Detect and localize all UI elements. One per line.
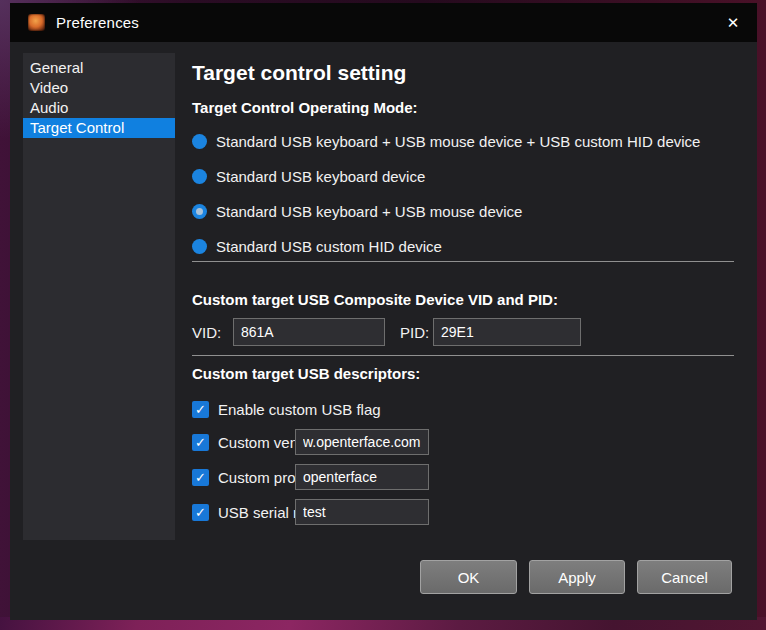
preferences-dialog: Preferences ✕ General Video Audio Target… <box>10 3 757 620</box>
apply-button[interactable]: Apply <box>529 560 625 594</box>
checkbox-checked-icon <box>192 469 209 486</box>
sidebar-item-audio[interactable]: Audio <box>23 98 175 118</box>
checkbox-label: Enable custom USB flag <box>218 401 381 418</box>
vid-label: VID: <box>192 324 221 341</box>
cancel-button[interactable]: Cancel <box>637 560 732 594</box>
vendor-descriptor-input[interactable] <box>295 429 429 455</box>
sidebar-item-target-control[interactable]: Target Control <box>23 118 175 138</box>
radio-option-kb[interactable]: Standard USB keyboard device <box>192 165 425 187</box>
radio-unchecked-icon <box>192 239 207 254</box>
titlebar: Preferences ✕ <box>10 3 757 42</box>
pid-input[interactable] <box>433 318 581 346</box>
checkbox-checked-icon <box>192 434 209 451</box>
separator <box>192 355 734 356</box>
ok-button[interactable]: OK <box>420 560 517 594</box>
radio-unchecked-icon <box>192 169 207 184</box>
checkbox-checked-icon <box>192 504 209 521</box>
descriptors-heading: Custom target USB descriptors: <box>192 365 420 382</box>
radio-option-label: Standard USB keyboard + USB mouse device <box>216 203 522 220</box>
sidebar-item-video[interactable]: Video <box>23 78 175 98</box>
enable-custom-usb-flag-row[interactable]: Enable custom USB flag <box>192 396 381 422</box>
radio-option-kb-mouse-hid[interactable]: Standard USB keyboard + USB mouse device… <box>192 130 700 152</box>
radio-unchecked-icon <box>192 134 207 149</box>
page-title: Target control setting <box>192 61 406 85</box>
product-descriptor-input[interactable] <box>295 464 429 490</box>
pid-label: PID: <box>400 324 429 341</box>
radio-option-label: Standard USB custom HID device <box>216 238 442 255</box>
radio-option-label: Standard USB keyboard + USB mouse device… <box>216 133 700 150</box>
checkbox-checked-icon <box>192 401 209 418</box>
close-icon[interactable]: ✕ <box>711 3 755 42</box>
vid-pid-heading: Custom target USB Composite Device VID a… <box>192 291 558 308</box>
app-icon <box>28 14 45 31</box>
sidebar-item-general[interactable]: General <box>23 58 175 78</box>
serial-number-input[interactable] <box>295 499 429 525</box>
vid-pid-row: VID: PID: <box>192 318 221 346</box>
radio-option-label: Standard USB keyboard device <box>216 168 425 185</box>
screen-background: Preferences ✕ General Video Audio Target… <box>0 0 766 630</box>
operating-mode-heading: Target Control Operating Mode: <box>192 99 418 116</box>
radio-option-custom-hid[interactable]: Standard USB custom HID device <box>192 235 442 257</box>
separator <box>192 261 734 262</box>
window-title: Preferences <box>56 14 139 31</box>
sidebar: General Video Audio Target Control <box>23 53 175 540</box>
radio-option-kb-mouse[interactable]: Standard USB keyboard + USB mouse device <box>192 200 522 222</box>
radio-checked-icon <box>192 204 207 219</box>
vid-input[interactable] <box>233 318 385 346</box>
